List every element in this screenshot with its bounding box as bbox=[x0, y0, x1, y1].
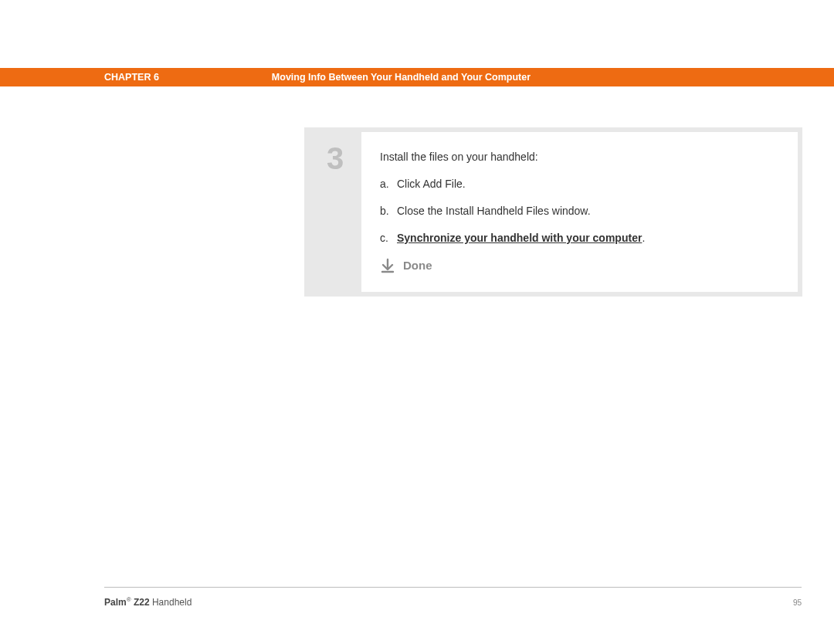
footer-model: Z22 bbox=[131, 597, 150, 608]
footer-page-number: 95 bbox=[793, 598, 802, 607]
chapter-header-bar: CHAPTER 6 Moving Info Between Your Handh… bbox=[0, 68, 834, 86]
sub-step-letter: a. bbox=[380, 176, 397, 192]
footer-rule bbox=[104, 587, 802, 588]
step-number-column: 3 bbox=[309, 132, 361, 292]
sub-step-item: a. Click Add File. bbox=[380, 176, 779, 192]
sub-step-list: a. Click Add File. b. Close the Install … bbox=[380, 176, 779, 246]
footer-product: Palm® Z22 Handheld bbox=[104, 596, 192, 608]
step-content: Install the files on your handheld: a. C… bbox=[361, 132, 798, 292]
step-number: 3 bbox=[327, 143, 344, 174]
footer-product-name: Handheld bbox=[150, 597, 192, 608]
sub-step-suffix: . bbox=[642, 232, 645, 244]
document-page: CHAPTER 6 Moving Info Between Your Handh… bbox=[0, 0, 834, 644]
sub-step-text: Synchronize your handheld with your comp… bbox=[397, 230, 779, 246]
chapter-label: CHAPTER 6 bbox=[104, 72, 159, 83]
chapter-title: Moving Info Between Your Handheld and Yo… bbox=[272, 72, 531, 83]
sub-step-item: b. Close the Install Handheld Files wind… bbox=[380, 203, 779, 219]
sub-step-text: Close the Install Handheld Files window. bbox=[397, 203, 779, 219]
synchronize-link[interactable]: Synchronize your handheld with your comp… bbox=[397, 232, 642, 244]
sub-step-item: c. Synchronize your handheld with your c… bbox=[380, 230, 779, 246]
sub-step-text: Click Add File. bbox=[397, 176, 779, 192]
done-row: Done bbox=[380, 257, 779, 275]
step-intro-text: Install the files on your handheld: bbox=[380, 149, 779, 165]
sub-step-letter: c. bbox=[380, 230, 397, 246]
step-box: 3 Install the files on your handheld: a.… bbox=[304, 127, 802, 297]
done-label: Done bbox=[403, 257, 432, 275]
step-inner: 3 Install the files on your handheld: a.… bbox=[309, 132, 798, 292]
footer-brand: Palm bbox=[104, 597, 127, 608]
page-footer: Palm® Z22 Handheld 95 bbox=[104, 596, 802, 608]
sub-step-letter: b. bbox=[380, 203, 397, 219]
down-arrow-icon bbox=[380, 258, 395, 273]
